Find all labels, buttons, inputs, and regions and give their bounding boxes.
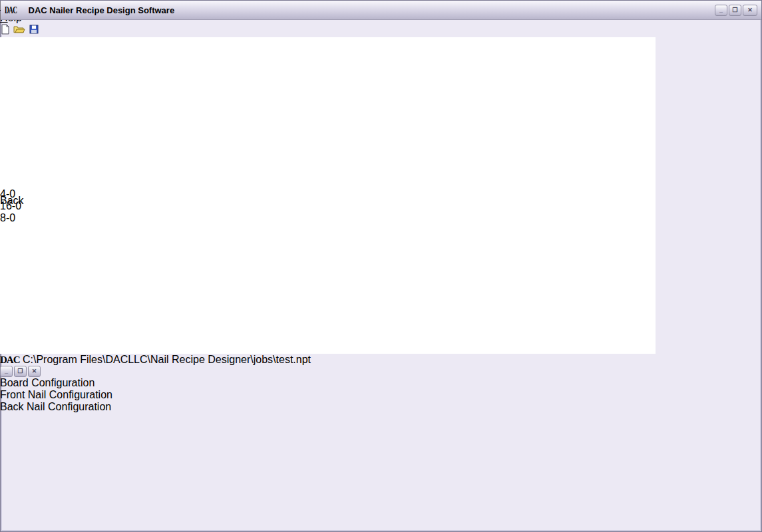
- close-button[interactable]: ✕: [743, 5, 757, 16]
- app-window: DAC DAC Nailer Recipe Design Software _ …: [0, 0, 762, 532]
- open-folder-icon[interactable]: [13, 25, 28, 37]
- back-label: Back: [0, 195, 656, 207]
- minimize-button[interactable]: _: [0, 366, 13, 377]
- board-diagram-panel: [0, 37, 644, 152]
- new-file-icon[interactable]: [0, 25, 13, 37]
- close-button[interactable]: ✕: [28, 366, 41, 377]
- board-ply-bar: [0, 175, 656, 182]
- window-background-document: 4-016-08-0 Back: [0, 37, 656, 354]
- board-ply-bar: 4-016-08-0: [0, 188, 656, 195]
- board-ply-bar: [0, 182, 656, 188]
- tab-page-back-nail-configuration: [0, 413, 559, 532]
- window-test-title: C:\Program Files\DACLLC\Nail Recipe Desi…: [23, 354, 311, 365]
- maximize-button[interactable]: ❐: [14, 366, 27, 377]
- board-ply-bar: [0, 168, 656, 175]
- toolbar: [0, 24, 762, 37]
- minimize-button[interactable]: _: [715, 5, 727, 16]
- dac-logo-icon: DAC: [0, 354, 20, 365]
- window-test-titlebar[interactable]: DAC C:\Program Files\DACLLC\Nail Recipe …: [0, 354, 560, 377]
- save-icon[interactable]: [29, 25, 39, 37]
- front-nail-pattern-box: [0, 152, 540, 168]
- window-test-npt: DAC C:\Program Files\DACLLC\Nail Recipe …: [0, 354, 564, 532]
- app-title: DAC Nailer Recipe Design Software: [29, 5, 711, 15]
- dac-logo-icon: DAC: [5, 5, 17, 15]
- test-tab-0[interactable]: Board Configuration: [0, 377, 564, 389]
- back-nail-pattern-box: [0, 207, 540, 223]
- main-titlebar[interactable]: DAC DAC Nailer Recipe Design Software _ …: [1, 1, 761, 20]
- test-tab-2[interactable]: Back Nail Configuration: [0, 401, 564, 413]
- maximize-button[interactable]: ❐: [729, 5, 741, 16]
- test-tab-1[interactable]: Front Nail Configuration: [0, 389, 564, 401]
